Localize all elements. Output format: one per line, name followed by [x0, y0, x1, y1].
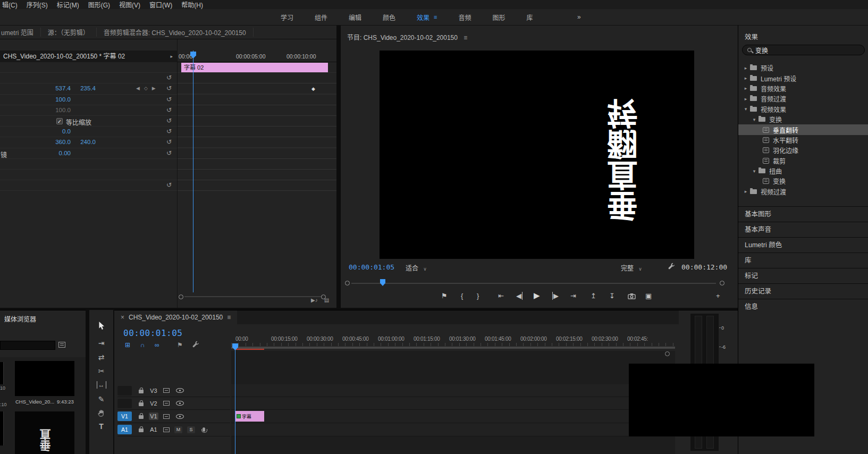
reset-icon[interactable]: ↺: [166, 106, 172, 114]
solo-button[interactable]: S: [187, 426, 195, 433]
workspace-overflow-button[interactable]: »: [577, 13, 581, 21]
go-to-out-button[interactable]: ⇥: [570, 292, 576, 300]
program-video-preview[interactable]: 垂直翻转: [380, 51, 694, 259]
anti-flicker-value[interactable]: 0.00: [49, 150, 71, 156]
extract-button[interactable]: ↧: [609, 292, 615, 300]
source-patch-empty[interactable]: [117, 386, 132, 396]
source-patch-empty[interactable]: [117, 399, 132, 408]
menu-item-clip[interactable]: 辑(C): [2, 0, 18, 9]
sync-lock-icon[interactable]: [163, 414, 170, 419]
tab-audio-clip-mixer[interactable]: 音频剪辑混合器: CHS_Video_2020-10-02_200150: [97, 28, 254, 37]
hand-tool-icon[interactable]: [98, 409, 105, 418]
media-browser-tab[interactable]: 媒体浏览器: [4, 314, 36, 323]
bin-distort[interactable]: ▾ 扭曲: [738, 166, 868, 176]
lock-icon[interactable]: [139, 415, 144, 419]
program-playhead[interactable]: [380, 279, 385, 286]
timeline-zoom-handle[interactable]: [665, 351, 670, 356]
subtitle-clip[interactable]: 字幕: [235, 411, 264, 422]
voiceover-mic-icon[interactable]: [203, 427, 205, 432]
close-icon[interactable]: ×: [121, 314, 124, 321]
reset-icon[interactable]: ↺: [166, 74, 172, 81]
previous-keyframe-icon[interactable]: ◀: [136, 86, 140, 91]
workspace-tab-audio[interactable]: 音频: [459, 13, 471, 22]
work-area-bar[interactable]: [231, 347, 675, 349]
chevron-right-icon[interactable]: ▸: [743, 189, 749, 194]
position-x-value[interactable]: 537.4: [49, 85, 71, 91]
track-lane-v1[interactable]: [231, 410, 675, 423]
reset-icon[interactable]: ↺: [166, 138, 172, 146]
menu-item-graphics[interactable]: 图形(G): [88, 0, 110, 9]
timeline-playhead-position[interactable]: 00:00:01:05: [123, 328, 182, 338]
add-marker-button[interactable]: ⚑: [441, 292, 448, 300]
play-button[interactable]: ▶: [534, 291, 540, 300]
go-to-in-button[interactable]: ⇤: [498, 292, 504, 300]
panel-menu-icon[interactable]: ≡: [464, 34, 467, 41]
workspace-tab-libraries[interactable]: 库: [527, 13, 533, 22]
effect-controls-playhead[interactable]: [193, 51, 193, 292]
tab-libraries[interactable]: 库: [738, 253, 868, 268]
playhead-position[interactable]: 00:00:01:05: [349, 263, 394, 271]
sync-lock-icon[interactable]: [163, 388, 170, 393]
media-browser-filter-input[interactable]: [0, 341, 55, 350]
chevron-right-icon[interactable]: ▸: [743, 96, 749, 102]
snap-icon[interactable]: ∩: [140, 341, 145, 349]
program-scrub-bar[interactable]: [351, 283, 716, 284]
pen-tool-icon[interactable]: ✎: [98, 395, 105, 403]
track-name-v1[interactable]: V1: [149, 413, 158, 420]
bin-lumetri-presets[interactable]: ▸ Lumetri 预设: [738, 73, 868, 83]
clip-thumbnail[interactable]: [15, 361, 74, 396]
track-output-eye-icon[interactable]: [176, 388, 184, 393]
menu-item-markers[interactable]: 标记(M): [57, 0, 79, 9]
track-lane-v3[interactable]: [231, 384, 675, 397]
scrub-handle-right[interactable]: [720, 281, 724, 285]
timeline-settings-icon[interactable]: [192, 341, 199, 349]
horizontal-scrollbar[interactable]: [184, 296, 322, 297]
track-output-eye-icon[interactable]: [176, 401, 184, 406]
bin-video-effects[interactable]: ▾ 视频效果: [738, 104, 868, 114]
chevron-right-icon[interactable]: ▸: [743, 86, 749, 91]
playback-resolution-select[interactable]: 完整 ∨: [621, 263, 642, 272]
track-name-v2[interactable]: V2: [149, 400, 158, 407]
workspace-tab-color[interactable]: 颜色: [383, 13, 395, 22]
mute-button[interactable]: M: [174, 426, 182, 433]
export-icon[interactable]: ▤: [324, 297, 329, 303]
clip-thumbnail-partial[interactable]: [0, 362, 4, 384]
anchor-x-value[interactable]: 360.0: [49, 139, 71, 145]
workspace-tab-menu-icon[interactable]: ≡: [434, 14, 437, 20]
chevron-down-icon[interactable]: ▾: [743, 106, 749, 112]
panel-menu-icon[interactable]: ≡: [227, 314, 231, 321]
lock-icon[interactable]: [139, 402, 144, 406]
effect-transform[interactable]: 变换: [738, 176, 868, 186]
comparison-view-button[interactable]: ▣: [645, 292, 652, 300]
chevron-down-icon[interactable]: ▾: [751, 117, 757, 122]
bin-audio-effects[interactable]: ▸ 音频效果: [738, 83, 868, 94]
tab-source-monitor[interactable]: 源：（无剪辑）: [41, 28, 97, 37]
keyframe-icon[interactable]: ◆: [311, 86, 315, 91]
add-keyframe-icon[interactable]: ◇: [144, 86, 148, 91]
workspace-tab-graphics[interactable]: 图形: [493, 13, 505, 22]
track-lane-a1[interactable]: [231, 423, 675, 436]
tab-info[interactable]: 信息: [738, 299, 868, 314]
tab-essential-graphics[interactable]: 基本图形: [738, 206, 868, 222]
bin-transform[interactable]: ▾ 变换: [738, 114, 868, 124]
timeline-playhead[interactable]: [235, 343, 235, 454]
sync-lock-icon[interactable]: [163, 427, 170, 432]
lift-button[interactable]: ↥: [591, 292, 596, 300]
chevron-right-icon[interactable]: ▸: [170, 51, 173, 62]
workspace-tab-effects[interactable]: 效果: [417, 13, 429, 22]
bin-audio-transitions[interactable]: ▸ 音频过渡: [738, 94, 868, 104]
track-select-tool-icon[interactable]: ⇥: [98, 339, 105, 347]
anchor-y-value[interactable]: 240.0: [74, 139, 96, 145]
reset-icon[interactable]: ↺: [166, 181, 172, 189]
track-name-a1[interactable]: A1: [149, 426, 158, 433]
lock-icon[interactable]: [139, 428, 144, 432]
settings-wrench-icon[interactable]: [668, 263, 675, 271]
menu-item-help[interactable]: 帮助(H): [181, 0, 203, 9]
type-tool-icon[interactable]: T: [99, 422, 104, 431]
tab-lumetri-scopes[interactable]: umetri 范围: [0, 28, 41, 37]
source-patch-v1[interactable]: V1: [117, 411, 132, 421]
menu-item-sequence[interactable]: 序列(S): [27, 0, 48, 9]
tab-history[interactable]: 历史记录: [738, 283, 868, 299]
clip-thumbnail-partial[interactable]: [0, 411, 4, 445]
track-output-eye-icon[interactable]: [176, 414, 184, 419]
